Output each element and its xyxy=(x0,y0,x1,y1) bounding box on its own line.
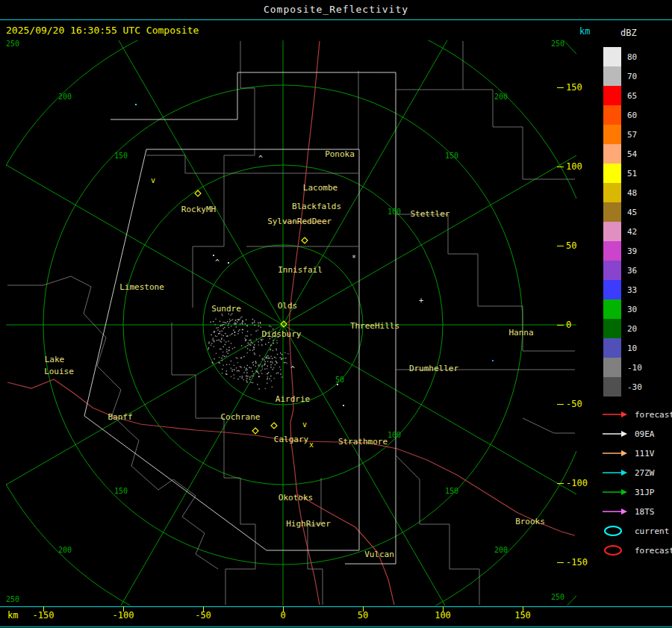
colorbar-swatch xyxy=(603,319,621,338)
bottom-border-line xyxy=(0,627,672,627)
echo-pixel xyxy=(251,382,252,382)
echo-pixel xyxy=(214,358,214,359)
echo-pixel xyxy=(254,322,255,323)
echo-pixel xyxy=(265,388,266,389)
echo-pixel xyxy=(273,343,274,343)
echo-pixel xyxy=(223,328,224,329)
plus-marker-icon: + xyxy=(419,296,423,305)
bottom-tick-label: 0 xyxy=(280,610,285,621)
colorbar-value: 57 xyxy=(627,130,637,140)
echo-pixel xyxy=(226,364,227,365)
echo-pixel xyxy=(266,355,267,356)
echo-pixel xyxy=(268,342,269,343)
colorbar-value: 45 xyxy=(627,208,637,217)
echo-pixel xyxy=(258,326,259,326)
point-marker-icon xyxy=(135,104,137,105)
echo-pixel xyxy=(286,362,287,363)
legend-ellipse-row: current xyxy=(602,521,672,541)
legend-arrow-row: 27ZW xyxy=(602,463,672,482)
echo-pixel xyxy=(231,371,232,372)
echo-pixel xyxy=(226,349,227,349)
echo-pixel xyxy=(235,323,236,324)
echo-pixel xyxy=(231,361,231,361)
colorbar-value: 80 xyxy=(627,52,637,62)
echo-pixel xyxy=(231,343,231,343)
echo-pixel xyxy=(251,335,252,335)
radar-site-icon xyxy=(252,428,258,434)
echo-pixel xyxy=(244,367,245,367)
echo-pixel xyxy=(234,332,235,333)
echo-pixel xyxy=(228,347,229,348)
echo-pixel xyxy=(215,335,216,336)
colorbar-row: 39 xyxy=(603,241,642,261)
echo-pixel xyxy=(218,333,219,334)
echo-pixel xyxy=(276,348,276,349)
city-label: ThreeHills xyxy=(350,321,399,331)
radar-map[interactable]: 2502001501502002501001005015020025015020… xyxy=(0,0,672,628)
arrow-head xyxy=(621,509,627,514)
echo-pixel xyxy=(261,370,261,371)
echo-pixel xyxy=(247,335,248,336)
x-marker-icon: x xyxy=(309,441,314,449)
echo-pixel xyxy=(249,367,249,367)
echo-pixel xyxy=(261,340,262,341)
caret-marker-icon: ^ xyxy=(215,258,220,267)
echo-pixel xyxy=(247,369,248,370)
echo-pixel xyxy=(243,372,244,373)
echo-pixel xyxy=(221,338,222,338)
colorbar-value: 20 xyxy=(627,324,637,334)
range-label: 200 xyxy=(494,546,508,554)
echo-pixel xyxy=(247,331,248,332)
echo-pixel xyxy=(258,323,258,323)
echo-pixel xyxy=(250,344,251,345)
echo-pixel xyxy=(242,376,243,376)
echo-pixel xyxy=(254,325,255,326)
legend-arrow-row: forecast xyxy=(602,405,672,424)
echo-pixel xyxy=(252,382,253,383)
ellipse-outline xyxy=(605,526,621,535)
echo-pixel xyxy=(280,352,281,353)
echo-pixel xyxy=(255,361,256,361)
city-label: Stettler xyxy=(411,209,450,219)
echo-pixel xyxy=(208,349,208,349)
echo-pixel xyxy=(226,335,227,336)
bottom-axis-line xyxy=(0,606,672,607)
echo-pixel xyxy=(259,355,260,356)
echo-pixel xyxy=(246,370,246,371)
colorbar-row: 54 xyxy=(603,144,642,164)
echo-pixel xyxy=(237,370,237,371)
echo-pixel xyxy=(243,321,243,322)
range-label: 250 xyxy=(551,40,564,48)
echo-pixel xyxy=(229,319,230,320)
echo-pixel xyxy=(245,341,246,341)
echo-pixel xyxy=(234,323,234,324)
arrow-icon xyxy=(602,409,629,420)
colorbar-value: 54 xyxy=(627,149,637,159)
echo-pixel xyxy=(252,343,253,343)
echo-pixel xyxy=(260,364,261,365)
echo-pixel xyxy=(217,329,218,330)
echo-pixel xyxy=(258,388,259,389)
echo-pixel xyxy=(211,335,211,335)
echo-pixel xyxy=(270,364,271,365)
echo-pixel xyxy=(211,343,212,343)
echo-pixel xyxy=(228,325,228,326)
echo-pixel xyxy=(239,319,240,320)
colorbar-row: 60 xyxy=(603,105,642,125)
colorbar-value: 10 xyxy=(627,343,637,353)
point-marker-icon xyxy=(343,405,344,406)
city-label: Limestone xyxy=(119,282,164,292)
echo-pixel xyxy=(272,369,273,370)
echo-pixel xyxy=(243,320,243,321)
echo-pixel xyxy=(229,364,230,364)
echo-pixel xyxy=(229,321,230,322)
echo-pixel xyxy=(276,340,277,341)
site-markers: vvx^^^*+ xyxy=(135,104,494,449)
echo-pixel xyxy=(223,355,223,356)
radar-site-icon xyxy=(271,423,277,429)
echo-pixel xyxy=(228,323,229,323)
legend-label: forecast xyxy=(635,546,672,556)
echo-pixel xyxy=(223,335,223,336)
echo-pixel xyxy=(247,352,248,353)
range-label: 150 xyxy=(445,152,458,160)
